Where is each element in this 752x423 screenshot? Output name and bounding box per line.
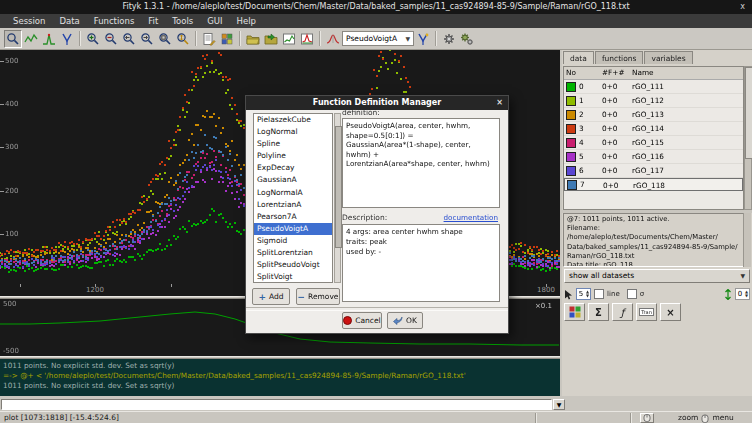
zoom-in-button[interactable] [84,30,102,48]
function-type-ExpDecay[interactable]: ExpDecay [254,162,332,174]
function-type-LogNormal[interactable]: LogNormal [254,126,332,138]
dialog-close-button[interactable]: × [496,96,503,110]
dataset-row-rGO_115[interactable]: 40+0rGO_115 [564,136,743,150]
dataset-color-swatch[interactable] [566,166,576,176]
full-plot-button[interactable] [298,30,316,48]
function-type-PseudoVoigtA[interactable]: PseudoVoigtA [254,223,332,235]
scrollbar-thumb[interactable] [335,126,342,248]
table-scrollbar[interactable] [744,66,752,210]
dataset-color-swatch[interactable] [566,152,576,162]
start-fit-button[interactable] [458,30,476,48]
function-list-scrollbar[interactable] [334,113,341,283]
window-close-button[interactable]: x [740,0,745,14]
function-type-PielaszekCube[interactable]: PielaszekCube [254,114,332,126]
function-type-Pearson7A[interactable]: Pearson7A [254,211,332,223]
zoom-redo-button[interactable] [138,30,156,48]
dataset-row-rGO_117[interactable]: 60+0rGO_117 [564,164,743,178]
menu-session[interactable]: Session [6,14,52,28]
tab-variables[interactable]: variables [644,51,692,64]
export-data-button[interactable] [262,30,280,48]
dataset-fcount: 0+0 [602,164,632,177]
dataset-row-rGO_118[interactable]: 70+0rGO_118 [564,178,743,191]
open-data-button[interactable] [244,30,262,48]
function-type-Polyline[interactable]: Polyline [254,150,332,162]
dataset-color-swatch[interactable] [566,138,576,148]
data-plot-button[interactable] [280,30,298,48]
dataset-table-header: No #F+# Name [564,67,743,80]
define-function-button[interactable] [324,30,342,48]
function-type-Sigmoid[interactable]: Sigmoid [254,235,332,247]
settings-button[interactable] [440,30,458,48]
zoom-out-button[interactable] [102,30,120,48]
function-list[interactable]: PielaszekCubeLogNormalSplinePolylineExpD… [253,113,333,283]
function-type-GaussianA[interactable]: GaussianA [254,174,332,186]
dataset-row-rGO_113[interactable]: 20+0rGO_113 [564,108,743,122]
scrollbar-thumb[interactable] [745,67,752,159]
menu-gui[interactable]: GUI [200,14,229,28]
transform-button[interactable]: Tran [636,303,657,321]
palette-button[interactable] [564,303,585,321]
gui-config-button[interactable] [218,30,236,48]
manual-fit-button[interactable] [414,30,432,48]
dataset-row-rGO_116[interactable]: 50+0rGO_116 [564,150,743,164]
menu-fit[interactable]: Fit [141,14,165,28]
menu-tools[interactable]: Tools [165,14,200,28]
dataset-number: 6 [579,164,584,177]
remove-function-type-button[interactable]: − Remove [296,288,340,305]
x-tick-label: 1800 [537,286,555,294]
dataset-color-swatch[interactable] [566,110,576,120]
menu-help[interactable]: Help [230,14,263,28]
point-size-spinner[interactable]: 5 ▲▼ [576,288,591,300]
line-checkbox[interactable] [594,289,604,299]
zoom-vertical-button[interactable] [174,30,192,48]
shift-spinner[interactable]: 0 ▲▼ [735,288,750,300]
dataset-filter-select[interactable]: show all datasets ▼ [564,269,750,283]
zoom-undo-button[interactable] [120,30,138,48]
function-type-Spline[interactable]: Spline [254,138,332,150]
function-type-LorentzianA[interactable]: LorentzianA [254,199,332,211]
documentation-link[interactable]: documentation [444,213,498,222]
function-type-select[interactable]: PseudoVoigtA ▼ [342,31,414,46]
sigma-checkbox[interactable] [627,289,637,299]
caliper-icon [60,32,74,46]
function-type-SplitLorentzian[interactable]: SplitLorentzian [254,247,332,259]
dataset-row-rGO_114[interactable]: 30+0rGO_114 [564,122,743,136]
menu-functions[interactable]: Functions [87,14,142,28]
dataset-color-swatch[interactable] [566,96,576,106]
mouse-config-button[interactable] [640,413,654,423]
tab-functions[interactable]: functions [595,51,644,64]
add-peak-mode-button[interactable] [40,30,58,48]
y-tick [0,147,4,148]
info-scrollbar[interactable] [743,213,751,267]
add-function-type-button[interactable]: + Add [252,288,290,305]
function-type-SplitVoigt[interactable]: SplitVoigt [254,271,332,283]
menu-data[interactable]: Data [52,14,86,28]
cancel-button[interactable]: Cancel [342,312,382,329]
output-window[interactable]: 1011 points. No explicit std. dev. Set a… [0,359,560,396]
tab-data[interactable]: data [563,51,594,64]
dataset-color-swatch[interactable] [566,82,576,92]
command-input[interactable] [1,399,552,410]
dataset-row-rGO_111[interactable]: 00+0rGO_111 [564,80,743,94]
dataset-number: 7 [580,178,585,191]
command-history-dropdown[interactable]: ▼ [553,399,565,410]
definition-textarea[interactable]: PseudoVoigtA(area, center, hwhm, shape=0… [342,118,500,208]
zoom-mode-button[interactable] [4,30,22,48]
delete-button[interactable]: × [660,303,681,321]
command-row: ▼ [0,396,752,411]
dataset-color-swatch[interactable] [567,180,577,190]
ok-button[interactable]: OK [387,312,423,329]
function-type-SplitPseudoVoigt[interactable]: SplitPseudoVoigt [254,259,332,271]
function-type-LogNormalA[interactable]: LogNormalA [254,187,332,199]
dataset-table[interactable]: No #F+# Name 00+0rGO_11110+0rGO_11220+0r… [563,66,744,210]
zoom-all-button[interactable] [156,30,174,48]
script-edit-button[interactable] [200,30,218,48]
spinner-arrows-icon[interactable]: ▲▼ [585,290,590,298]
range-mode-button[interactable] [22,30,40,48]
show-functions-button[interactable]: ƒ [612,303,633,321]
spinner-arrows-icon[interactable]: ▲▼ [744,290,749,298]
activate-points-mode-button[interactable] [58,30,76,48]
dataset-color-swatch[interactable] [566,124,576,134]
dataset-row-rGO_112[interactable]: 10+0rGO_112 [564,94,743,108]
show-sum-button[interactable]: Σ [588,303,609,321]
